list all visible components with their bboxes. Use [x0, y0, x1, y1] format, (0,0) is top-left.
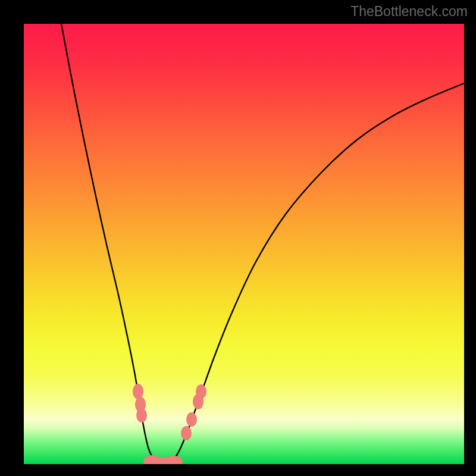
marker-right-4 [196, 384, 206, 399]
chart-svg [24, 24, 464, 464]
marker-left-1 [133, 384, 143, 399]
watermark-text: TheBottleneck.com [350, 4, 468, 20]
marker-right-1 [181, 426, 192, 440]
chart-frame: TheBottleneck.com [0, 0, 476, 476]
marker-bottom-3 [165, 456, 183, 464]
bottleneck-curve [61, 24, 464, 463]
marker-left-3 [136, 408, 147, 422]
marker-right-2 [186, 412, 197, 427]
plot-area [24, 24, 464, 464]
